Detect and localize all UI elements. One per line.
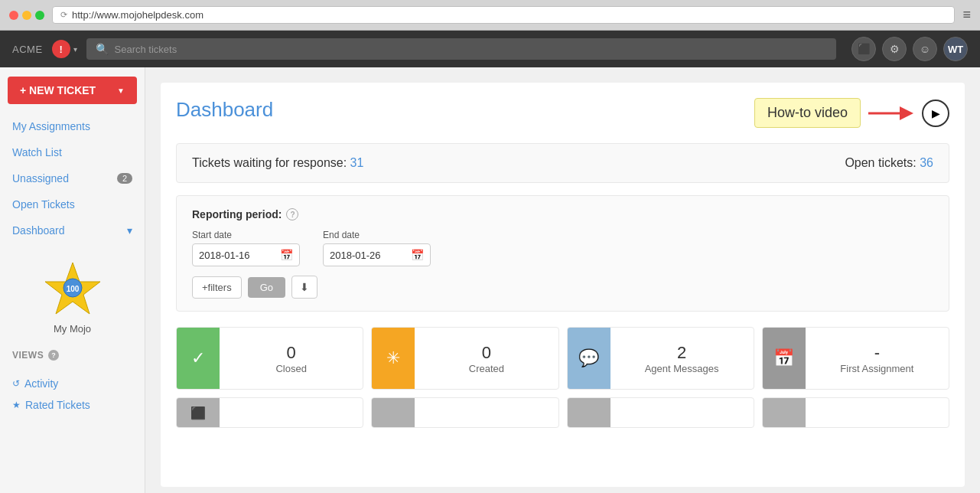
minimize-dot[interactable] (22, 11, 31, 20)
bottom-card-4 (762, 397, 949, 428)
sidebar-item-label: Unassigned (12, 172, 69, 184)
sidebar-nav: My Assignments Watch List Unassigned 2 O… (0, 113, 145, 243)
start-date-calendar-icon[interactable]: 📅 (280, 249, 293, 261)
views-header: VIEWS ? (12, 350, 132, 361)
browser-chrome: ⟳ http://www.mojohelpdesk.com ≡ (0, 0, 980, 31)
open-tickets-count: 36 (920, 156, 933, 169)
end-date-group: End date 📅 (323, 230, 431, 266)
unassigned-badge: 2 (117, 173, 132, 184)
closed-value: 0 (232, 343, 350, 363)
activity-icon: ↺ (12, 378, 20, 389)
stat-card-closed: ✓ 0 Closed (176, 327, 363, 390)
howto-tooltip: How-to video (754, 98, 861, 128)
agent-messages-label: Agent Messages (623, 363, 741, 374)
sidebar-item-label: Dashboard (12, 224, 65, 237)
views-label: VIEWS (12, 350, 44, 361)
sidebar-item-label: My Assignments (12, 120, 90, 132)
url-refresh-icon: ⟳ (60, 10, 67, 20)
reporting-section: Reporting period: ? Start date 📅 End dat… (176, 195, 949, 312)
sidebar-item-my-assignments[interactable]: My Assignments (0, 113, 145, 139)
close-dot[interactable] (9, 11, 18, 20)
bottom-card-row: ⬛ (176, 397, 949, 428)
stat-card-agent-messages: 💬 2 Agent Messages (567, 327, 754, 390)
first-assignment-icon-box: 📅 (763, 328, 806, 389)
first-assignment-icon: 📅 (773, 348, 794, 368)
created-stat-content: 0 Created (415, 334, 558, 384)
new-ticket-caret: ▼ (117, 87, 125, 95)
avatar-btn[interactable]: WT (943, 37, 968, 61)
start-date-input-wrap: 📅 (192, 243, 300, 266)
start-date-group: Start date 📅 (192, 230, 300, 266)
page-title: Dashboard (176, 98, 273, 122)
browser-dots (9, 11, 44, 20)
settings-icon-btn[interactable]: ⚙ (882, 37, 907, 61)
views-section: VIEWS ? (0, 342, 145, 373)
stat-cards: ✓ 0 Closed ✳ 0 Created (176, 327, 949, 390)
howto-section: How-to video ▶ (754, 98, 949, 128)
download-button[interactable]: ⬇ (291, 276, 317, 299)
agent-messages-icon-box: 💬 (568, 328, 610, 389)
new-ticket-button[interactable]: + NEW TICKET ▼ (8, 77, 137, 104)
maximize-dot[interactable] (35, 11, 44, 20)
url-bar[interactable]: ⟳ http://www.mojohelpdesk.com (52, 6, 955, 24)
tickets-summary: Tickets waiting for response: 31 Open ti… (176, 143, 949, 183)
content-area: Dashboard How-to video ▶ (145, 67, 980, 493)
views-info-icon[interactable]: ? (48, 350, 59, 361)
new-ticket-label: + NEW TICKET (20, 84, 96, 96)
svg-text:100: 100 (66, 285, 79, 293)
sidebar-item-activity[interactable]: ↺ Activity (0, 373, 145, 394)
app-bar: ACME ! ▾ 🔍 ⬛ ⚙ ☺ WT (0, 31, 980, 67)
created-icon-box: ✳ (372, 328, 415, 389)
main-layout: + NEW TICKET ▼ My Assignments Watch List… (0, 67, 980, 493)
app-bar-icons: ⬛ ⚙ ☺ WT (851, 37, 968, 61)
sidebar-item-unassigned[interactable]: Unassigned 2 (0, 165, 145, 191)
alert-icon[interactable]: ! (52, 40, 70, 58)
created-icon: ✳ (386, 348, 400, 368)
stat-card-first-assignment: 📅 - First Assignment (762, 327, 949, 390)
agent-messages-icon: 💬 (578, 348, 599, 368)
go-button[interactable]: Go (248, 277, 285, 298)
tickets-waiting-label: Tickets waiting for response: 31 (192, 156, 363, 170)
sidebar-item-label: Watch List (12, 146, 62, 158)
closed-icon-box: ✓ (177, 328, 220, 389)
reporting-help-icon[interactable]: ? (286, 208, 298, 220)
end-date-calendar-icon[interactable]: 📅 (411, 249, 424, 261)
end-date-label: End date (323, 230, 431, 240)
end-date-input-wrap: 📅 (323, 243, 431, 266)
agent-messages-stat-content: 2 Agent Messages (610, 334, 754, 384)
first-assignment-value: - (818, 343, 936, 363)
sidebar-item-dashboard[interactable]: Dashboard ▾ (0, 217, 145, 243)
browser-menu-icon[interactable]: ≡ (962, 7, 971, 23)
start-date-label: Start date (192, 230, 300, 240)
sidebar-item-open-tickets[interactable]: Open Tickets (0, 191, 145, 217)
first-assignment-stat-content: - First Assignment (806, 334, 949, 384)
filter-actions: +filters Go ⬇ (192, 276, 933, 299)
content-inner: Dashboard How-to video ▶ (161, 83, 965, 487)
mojo-section: 100 My Mojo (0, 243, 145, 342)
play-video-button[interactable]: ▶ (922, 100, 949, 127)
search-input[interactable] (115, 44, 827, 55)
alert-wrap[interactable]: ! ▾ (52, 40, 77, 58)
monitor-icon-btn[interactable]: ⬛ (851, 37, 876, 61)
sidebar-item-rated-tickets[interactable]: ★ Rated Tickets (0, 394, 145, 416)
bottom-card-3 (567, 397, 754, 428)
bottom-icon-4 (763, 397, 806, 428)
end-date-input[interactable] (330, 250, 406, 261)
rated-tickets-label: Rated Tickets (25, 399, 90, 411)
closed-icon: ✓ (191, 348, 205, 368)
start-date-input[interactable] (199, 250, 275, 261)
smiley-icon-btn[interactable]: ☺ (913, 37, 937, 61)
sidebar-item-watch-list[interactable]: Watch List (0, 139, 145, 165)
url-text: http://www.mojohelpdesk.com (72, 9, 203, 21)
filters-button[interactable]: +filters (192, 276, 242, 299)
bottom-card-1: ⬛ (176, 397, 363, 428)
brand-label: ACME (12, 44, 43, 55)
created-label: Created (427, 363, 545, 374)
alert-caret: ▾ (73, 45, 77, 54)
search-bar: 🔍 (86, 38, 836, 60)
created-value: 0 (427, 343, 545, 363)
tickets-waiting-count: 31 (350, 156, 364, 169)
sidebar-item-label: Open Tickets (12, 198, 75, 211)
dashboard-dropdown-icon: ▾ (127, 224, 132, 237)
bottom-icon-2 (372, 397, 415, 428)
